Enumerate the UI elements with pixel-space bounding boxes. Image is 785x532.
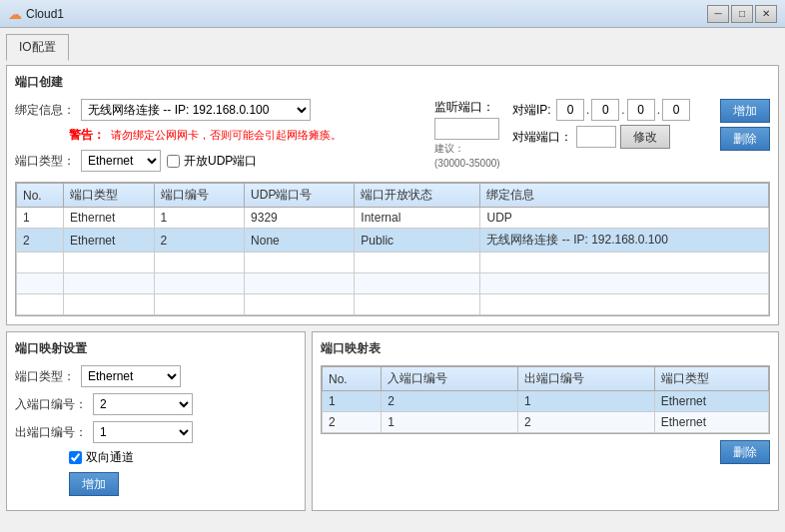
tab-bar: IO配置 — [6, 34, 779, 61]
bidir-label: 双向通道 — [86, 449, 134, 466]
udp-label: 开放UDP端口 — [184, 153, 257, 170]
add-port-button[interactable]: 增加 — [720, 99, 770, 123]
udp-checkbox[interactable] — [167, 155, 180, 168]
map-col-type: 端口类型 — [654, 367, 768, 391]
map-port-type-select[interactable]: Ethernet — [81, 365, 181, 387]
peer-ip-label: 对端IP: — [512, 102, 552, 119]
port-type-label: 端口类型： — [15, 153, 75, 170]
minimize-button[interactable]: ─ — [707, 5, 729, 23]
suggestion-range: (30000-35000) — [434, 158, 504, 169]
in-port-select[interactable]: 2 — [93, 393, 193, 415]
bind-select[interactable]: 无线网络连接 -- IP: 192.168.0.100 — [81, 99, 311, 121]
peer-ip-4[interactable] — [662, 99, 690, 121]
port-map-settings-panel: 端口映射设置 端口类型： Ethernet 入端口编号： 2 出端口编号： — [6, 331, 306, 511]
udp-checkbox-label[interactable]: 开放UDP端口 — [167, 153, 257, 170]
col-num: 端口编号 — [154, 184, 245, 208]
col-status: 端口开放状态 — [355, 184, 480, 208]
col-bind: 绑定信息 — [480, 184, 769, 208]
port-map-table-panel: 端口映射表 No. 入端口编号 出端口编号 端口类型 1 — [312, 331, 779, 511]
peer-ip-3[interactable] — [627, 99, 655, 121]
port-map-table-title: 端口映射表 — [321, 340, 770, 357]
listen-port-label: 监听端口： — [434, 99, 504, 116]
table-row-empty — [17, 294, 769, 315]
maximize-button[interactable]: □ — [731, 5, 753, 23]
peer-ip-1[interactable] — [556, 99, 584, 121]
port-map-settings-title: 端口映射设置 — [15, 340, 297, 357]
warning-text: 请勿绑定公网网卡，否则可能会引起网络瘫痪。 — [111, 128, 342, 143]
col-no: No. — [17, 184, 64, 208]
port-create-title: 端口创建 — [15, 74, 770, 91]
table-row-empty — [17, 253, 769, 273]
peer-port-label: 对端端口： — [512, 129, 572, 146]
app-icon: ☁ — [8, 6, 22, 22]
delete-map-button[interactable]: 删除 — [720, 440, 770, 464]
warning-prefix: 警告： — [69, 127, 105, 144]
close-button[interactable]: ✕ — [755, 5, 777, 23]
col-type: 端口类型 — [64, 184, 155, 208]
window-title: Cloud1 — [26, 7, 64, 21]
bind-label: 绑定信息： — [15, 102, 75, 119]
port-table-container: No. 端口类型 端口编号 UDP端口号 端口开放状态 绑定信息 1 Ether… — [15, 182, 770, 316]
col-udp: UDP端口号 — [245, 184, 355, 208]
tab-io-config[interactable]: IO配置 — [6, 34, 69, 61]
peer-port-input[interactable]: 0 — [576, 126, 616, 148]
main-content: IO配置 端口创建 绑定信息： 无线网络连接 -- IP: 192.168.0.… — [0, 28, 785, 532]
bidir-checkbox[interactable] — [69, 451, 82, 464]
port-type-select[interactable]: Ethernet — [81, 150, 161, 172]
table-row[interactable]: 2 Ethernet 2 None Public 无线网络连接 -- IP: 1… — [17, 229, 769, 253]
out-port-select[interactable]: 1 — [93, 421, 193, 443]
map-table-container: No. 入端口编号 出端口编号 端口类型 1 2 1 Ethernet 2 1 … — [321, 365, 770, 434]
peer-ip-2[interactable] — [591, 99, 619, 121]
map-col-in: 入端口编号 — [382, 367, 518, 391]
table-row-empty — [17, 273, 769, 294]
port-table: No. 端口类型 端口编号 UDP端口号 端口开放状态 绑定信息 1 Ether… — [16, 183, 769, 315]
map-col-no: No. — [323, 367, 382, 391]
port-create-panel: 端口创建 绑定信息： 无线网络连接 -- IP: 192.168.0.100 警… — [6, 65, 779, 325]
listen-port-input[interactable]: 30000 — [434, 118, 499, 140]
modify-button[interactable]: 修改 — [620, 125, 670, 149]
delete-port-button[interactable]: 删除 — [720, 127, 770, 151]
action-buttons: 增加 删除 — [720, 99, 770, 151]
title-bar: ☁ Cloud1 ─ □ ✕ — [0, 0, 785, 28]
in-port-label: 入端口编号： — [15, 396, 87, 413]
table-row[interactable]: 1 2 1 Ethernet — [323, 391, 769, 412]
bidir-checkbox-label[interactable]: 双向通道 — [69, 449, 134, 466]
out-port-label: 出端口编号： — [15, 424, 87, 441]
map-table: No. 入端口编号 出端口编号 端口类型 1 2 1 Ethernet 2 1 … — [322, 366, 769, 433]
table-row[interactable]: 1 Ethernet 1 9329 Internal UDP — [17, 208, 769, 229]
bottom-panels: 端口映射设置 端口类型： Ethernet 入端口编号： 2 出端口编号： — [6, 331, 779, 517]
suggestion-label: 建议： — [434, 142, 504, 156]
add-map-button[interactable]: 增加 — [69, 472, 119, 496]
map-port-type-label: 端口类型： — [15, 368, 75, 385]
window-controls: ─ □ ✕ — [707, 5, 777, 23]
map-col-out: 出端口编号 — [518, 367, 655, 391]
table-row[interactable]: 2 1 2 Ethernet — [323, 412, 769, 433]
